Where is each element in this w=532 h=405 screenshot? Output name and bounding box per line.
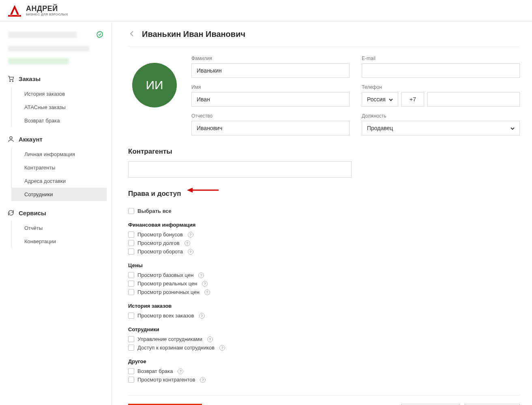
svg-point-2 [12,81,13,81]
perm-checkbox[interactable] [128,231,134,238]
logo-name: АНДРЕЙ [26,5,68,12]
svg-point-3 [10,137,12,139]
nav-item-order-history[interactable]: История заказов [11,87,107,101]
sidebar-user-box [8,30,103,40]
select-role[interactable] [362,121,520,135]
nav-head-orders[interactable]: Заказы [5,72,107,86]
help-icon[interactable]: ? [198,272,204,278]
perm-checkbox-label: Просмотр долгов [137,240,180,246]
perm-checkbox-row[interactable]: Управление сотрудниками? [128,335,520,343]
logo-icon [7,4,22,17]
nav-item-contragents[interactable]: Контрагенты [11,161,107,174]
annotation-arrow-icon [187,186,219,195]
input-lastname[interactable] [191,63,350,78]
refresh-icon [7,209,15,216]
contragents-input[interactable] [128,161,352,178]
perm-checkbox-row[interactable]: Просмотр бонусов? [128,230,520,239]
help-icon[interactable]: ? [188,249,193,255]
nav-head-orders-label: Заказы [19,75,41,82]
nav-item-atas-orders[interactable]: АТАСные заказы [11,101,107,114]
perm-checkbox[interactable] [128,368,134,374]
perm-checkbox-label: Просмотр всех заказов [137,313,194,319]
perm-checkbox[interactable] [128,377,134,383]
perm-checkbox-row[interactable]: Возврат брака? [128,367,520,375]
perm-checkbox[interactable] [128,289,134,295]
perm-checkbox-row[interactable]: Просмотр базовых цен? [128,271,520,279]
perm-group-title: Цены [128,262,520,268]
nav-head-account[interactable]: Аккаунт [5,132,107,146]
checkbox-select-all-input[interactable] [128,208,134,214]
cart-icon [7,75,15,82]
perm-checkbox[interactable] [128,345,134,351]
label-phone: Телефон [362,84,520,90]
main-content: Иванькин Иван Иванович ИИ Фамилия E-mail… [112,21,532,405]
perm-checkbox-row[interactable]: Просмотр долгов? [128,239,520,247]
sidebar: Заказы История заказов АТАСные заказы Во… [0,21,112,405]
user-icon [7,135,15,143]
perm-checkbox[interactable] [128,249,134,255]
checkbox-select-all-label: Выбрать все [137,208,172,214]
back-icon[interactable] [128,29,135,40]
help-icon[interactable]: ? [199,313,205,319]
avatar: ИИ [132,63,177,107]
nav-item-addresses[interactable]: Адреса доставки [11,174,107,188]
perm-checkbox-label: Просмотр базовых цен [137,272,193,278]
perm-group-title: Сотрудники [128,326,520,332]
help-icon[interactable]: ? [200,377,206,383]
help-icon[interactable]: ? [184,240,190,246]
help-icon[interactable]: ? [219,345,225,351]
perm-checkbox-row[interactable]: Просмотр реальных цен? [128,279,520,288]
help-icon[interactable]: ? [178,369,183,374]
nav-section-services: Сервисы Отчёты Конвертации [5,206,107,248]
input-phone-number[interactable] [427,92,520,107]
perm-checkbox[interactable] [128,281,134,287]
label-email: E-mail [362,56,520,61]
footer-actions: Сохранить изменения Сменить пароль Забло… [128,395,520,405]
nav-item-personal-info[interactable]: Личная информация [11,148,107,161]
nav-head-account-label: Аккаунт [19,136,43,143]
select-phone-country[interactable] [362,92,398,107]
label-middlename: Отчество [191,113,350,119]
nav-item-reports[interactable]: Отчёты [11,221,107,235]
page-title-row: Иванькин Иван Иванович [128,29,520,47]
help-icon[interactable]: ? [202,281,208,287]
input-phone-code[interactable] [401,92,424,107]
perm-checkbox-label: Управление сотрудниками [137,336,202,342]
perm-checkbox-label: Просмотр бонусов [137,231,183,238]
nav-head-services-label: Сервисы [19,210,46,216]
perm-checkbox-row[interactable]: Доступ к корзинам сотрудников? [128,343,520,352]
nav-item-conversions[interactable]: Конвертации [11,235,107,248]
profile-section: ИИ Фамилия E-mail Имя Телефон [128,56,520,135]
nav-item-employees[interactable]: Сотрудники [11,188,107,201]
nav-item-returns[interactable]: Возврат брака [11,114,107,127]
logo-tagline: БИЗНЕС ДЛЯ ВЗРОСЛЫХ [26,13,68,16]
perm-checkbox-row[interactable]: Просмотр розничных цен? [128,288,520,296]
perm-checkbox-label: Просмотр реальных цен [137,281,197,287]
perm-checkbox[interactable] [128,240,134,246]
perm-checkbox-label: Просмотр оборота [137,249,183,255]
svg-marker-5 [187,188,193,193]
input-middlename[interactable] [191,121,350,135]
perm-checkbox[interactable] [128,272,134,278]
perm-checkbox-label: Возврат брака [137,368,173,374]
sidebar-user-name-redacted [8,32,77,38]
input-email[interactable] [362,63,520,78]
help-icon[interactable]: ? [204,289,210,295]
help-icon[interactable]: ? [188,232,193,238]
perm-checkbox-row[interactable]: Просмотр оборота? [128,247,520,256]
help-icon[interactable]: ? [207,336,213,342]
perm-group-title: Финансовая информация [128,222,520,228]
checkbox-select-all[interactable]: Выбрать все [128,207,520,215]
input-firstname[interactable] [191,92,350,107]
perm-checkbox-row[interactable]: Просмотр всех заказов? [128,311,520,320]
sidebar-subtext-redacted [8,46,89,51]
perm-checkbox[interactable] [128,336,134,342]
perm-group-title: Другое [128,358,520,364]
perm-checkbox-row[interactable]: Просмотр контрагентов? [128,375,520,384]
contragents-title: Контрагенты [128,148,520,156]
perm-checkbox[interactable] [128,313,134,319]
perm-checkbox-label: Просмотр контрагентов [137,377,195,383]
verified-icon [96,31,103,39]
nav-head-services[interactable]: Сервисы [5,206,107,220]
logo[interactable]: АНДРЕЙ БИЗНЕС ДЛЯ ВЗРОСЛЫХ [7,4,68,17]
